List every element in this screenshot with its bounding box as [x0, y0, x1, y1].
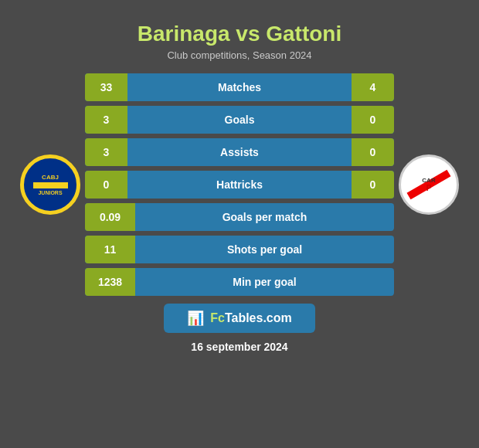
- watermark-text: FcTables.com: [210, 311, 292, 325]
- boca-logo: CABJ JUNIORS: [20, 154, 80, 215]
- stat-label-5: Shots per goal: [135, 243, 394, 256]
- stat-left-val-1: 3: [85, 106, 127, 134]
- stat-right-val-1: 0: [352, 106, 394, 134]
- stat-row-2: 3Assists0: [85, 138, 394, 166]
- stat-left-val-3: 0: [85, 171, 127, 199]
- boca-sub: JUNIORS: [38, 190, 62, 195]
- footer-date: 16 september 2024: [191, 341, 287, 353]
- stat-left-val-2: 3: [85, 138, 127, 166]
- watermark-prefix: Fc: [210, 311, 225, 324]
- river-sub: P: [422, 184, 435, 192]
- river-logo: CAR P: [399, 154, 459, 215]
- stat-left-val-6: 1238: [85, 268, 135, 296]
- fctables-icon: 📊: [187, 310, 204, 327]
- watermark-suffix: Tables.com: [225, 311, 292, 324]
- river-label: CAR: [422, 177, 435, 184]
- logo-right: CAR P: [394, 154, 464, 215]
- center-stats: 33Matches43Goals03Assists00Hattricks00.0…: [85, 73, 394, 296]
- stat-row-4: 0.09Goals per match: [85, 203, 394, 231]
- stat-row-1: 3Goals0: [85, 106, 394, 134]
- card: Barinaga vs Gattoni Club competitions, S…: [8, 8, 471, 440]
- stat-left-val-5: 11: [85, 236, 135, 263]
- stat-left-val-4: 0.09: [85, 203, 135, 231]
- river-text-wrap: CAR P: [422, 177, 435, 192]
- stat-label-3: Hattricks: [127, 178, 352, 191]
- stat-right-val-0: 4: [352, 73, 394, 101]
- stat-label-0: Matches: [127, 81, 352, 93]
- stat-row-3: 0Hattricks0: [85, 171, 394, 199]
- stat-row-0: 33Matches4: [85, 73, 394, 101]
- stat-right-val-2: 0: [352, 138, 394, 166]
- watermark-section: 📊 FcTables.com: [164, 304, 315, 333]
- stat-label-6: Min per goal: [135, 276, 394, 288]
- match-subtitle: Club competitions, Season 2024: [167, 49, 311, 61]
- boca-label: CABJ: [42, 174, 59, 181]
- stat-label-1: Goals: [127, 114, 352, 126]
- boca-stripe: [33, 182, 68, 188]
- stat-row-6: 1238Min per goal: [85, 268, 394, 296]
- stats-area: CABJ JUNIORS 33Matches43Goals03Assists00…: [15, 73, 464, 296]
- stat-left-val-0: 33: [85, 73, 127, 101]
- stat-right-val-3: 0: [352, 171, 394, 199]
- stat-label-4: Goals per match: [135, 211, 394, 223]
- match-title: Barinaga vs Gattoni: [138, 22, 342, 46]
- stat-label-2: Assists: [127, 146, 352, 158]
- logo-left: CABJ JUNIORS: [15, 154, 85, 215]
- stat-row-5: 11Shots per goal: [85, 236, 394, 263]
